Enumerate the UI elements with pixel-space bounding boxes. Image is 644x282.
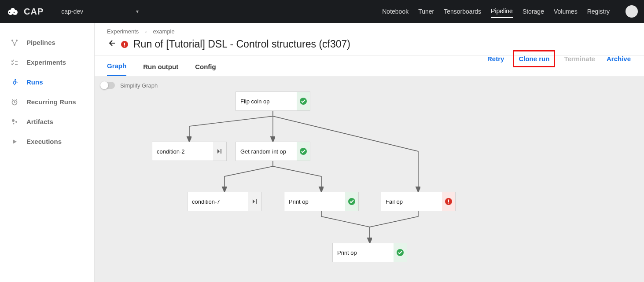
sidebar-item-pipelines[interactable]: Pipelines [0,33,94,52]
clock-icon [11,99,18,106]
retry-button[interactable]: Retry [487,55,504,62]
nav-notebook[interactable]: Notebook [382,5,408,18]
share-nodes-icon [11,39,18,46]
breadcrumb-root[interactable]: Experiments [107,28,139,35]
sidebar-item-recurring-runs[interactable]: Recurring Runs [0,92,94,112]
archive-button[interactable]: Archive [607,55,631,62]
node-label: Get random int op [236,148,286,155]
simplify-label: Simplify Graph [120,82,158,89]
graph-node-cond7[interactable]: condition-7 [187,192,262,211]
project-selector[interactable]: cap-dev ▾ [61,8,139,15]
nav-tuner[interactable]: Tuner [418,5,434,18]
logo-icon [7,7,20,16]
status-success-icon [394,243,407,262]
user-avatar[interactable] [626,5,638,18]
graph-node-failop[interactable]: Fail op [381,192,456,211]
page-title: Run of [Tutorial] DSL - Control structur… [133,38,350,50]
error-icon [121,41,128,48]
terminate-button: Terminate [564,55,595,62]
sidebar-item-label: Runs [26,78,43,86]
app-name: CAP [24,7,44,17]
running-icon [11,79,18,86]
nav-pipeline[interactable]: Pipeline [491,5,513,18]
graph-canvas[interactable]: Simplify Graph Flip coin opcondition-2Ge… [95,77,644,282]
bubbles-icon [11,118,18,125]
svg-point-3 [9,12,11,13]
sidebar-item-label: Recurring Runs [26,98,76,106]
breadcrumb: Experiments › example [107,28,632,35]
svg-rect-14 [124,43,125,45]
status-success-icon [345,192,358,211]
nav-tensorboards[interactable]: Tensorboards [444,5,481,18]
nav-volumes[interactable]: Volumes [554,5,578,18]
sidebar: Pipelines Experiments Runs Recurring Run… [0,23,95,282]
node-label: condition-2 [152,148,185,155]
svg-point-8 [15,79,16,81]
node-label: Flip coin op [236,98,269,105]
status-success-icon [297,142,310,161]
status-skip-icon [213,142,226,161]
checklist-icon [11,59,18,66]
node-label: Fail op [381,198,403,205]
sidebar-item-runs[interactable]: Runs [0,72,94,92]
sidebar-item-label: Experiments [26,59,66,66]
clone-run-button[interactable]: Clone run [513,50,555,67]
status-fail-icon [442,192,455,211]
node-label: condition-7 [188,198,220,205]
svg-point-11 [15,121,17,123]
svg-point-12 [13,123,15,124]
status-skip-icon [248,192,261,211]
sidebar-item-executions[interactable]: Executions [0,132,94,151]
chevron-right-icon: › [145,28,147,35]
project-name: cap-dev [61,8,83,15]
app-logo[interactable]: CAP [7,7,44,17]
sidebar-item-label: Pipelines [26,39,55,46]
nav-storage[interactable]: Storage [523,5,544,18]
simplify-toggle[interactable] [101,82,115,89]
svg-rect-15 [124,45,125,46]
sidebar-item-experiments[interactable]: Experiments [0,52,94,72]
back-button[interactable] [107,39,116,50]
tab-graph[interactable]: Graph [107,62,126,76]
graph-node-print2[interactable]: Print op [332,243,407,262]
nav-registry[interactable]: Registry [587,5,610,18]
svg-point-4 [14,12,15,13]
breadcrumb-leaf[interactable]: example [153,28,175,35]
svg-rect-20 [448,200,449,202]
node-label: Print op [284,198,309,205]
chevron-down-icon: ▾ [136,8,139,15]
run-actions: Retry Clone run Terminate Archive [487,54,631,64]
graph-node-getrand[interactable]: Get random int op [236,142,310,161]
svg-rect-21 [448,203,449,204]
play-icon [11,139,18,145]
graph-node-flip[interactable]: Flip coin op [236,92,310,111]
svg-point-10 [12,119,15,122]
top-nav: Notebook Tuner Tensorboards Pipeline Sto… [382,5,638,18]
node-label: Print op [333,249,357,256]
sidebar-item-artifacts[interactable]: Artifacts [0,112,94,132]
status-success-icon [297,92,310,110]
svg-point-2 [11,8,15,12]
tab-run-output[interactable]: Run output [143,63,178,76]
tab-config[interactable]: Config [195,63,216,76]
graph-node-cond2[interactable]: condition-2 [152,142,227,161]
sidebar-item-label: Executions [26,138,62,145]
sidebar-item-label: Artifacts [26,118,53,125]
graph-node-print1[interactable]: Print op [284,192,359,211]
